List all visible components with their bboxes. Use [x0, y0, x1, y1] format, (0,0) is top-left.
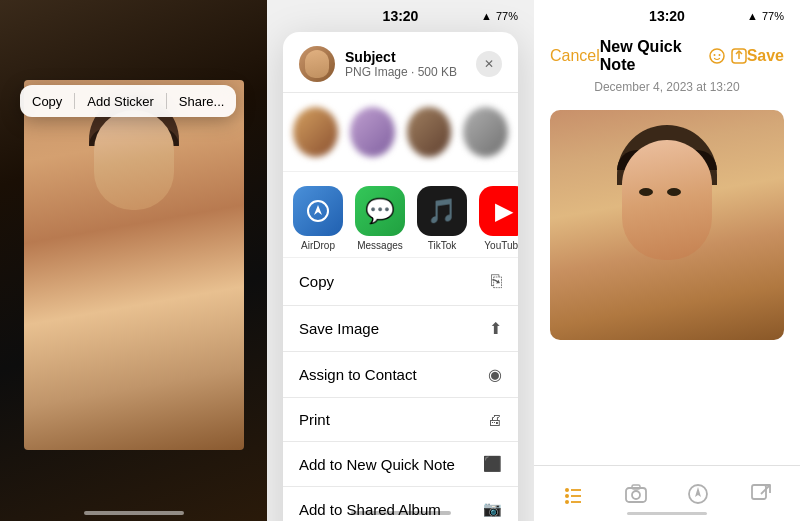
sep2: [166, 93, 167, 109]
status-time: 13:20: [649, 8, 685, 24]
contact-avatar-3[interactable]: [407, 107, 452, 157]
app-youtube[interactable]: ▶ YouTube: [479, 186, 518, 251]
youtube-icon: ▶: [479, 186, 518, 236]
home-indicator: [84, 511, 184, 515]
action-copy[interactable]: Copy ⎘: [283, 258, 518, 306]
print-icon: 🖨: [487, 411, 502, 428]
action-print-label: Print: [299, 411, 330, 428]
share-sheet-card: Subject PNG Image · 500 KB ✕ AirDrop: [283, 32, 518, 521]
add-sticker-context-item[interactable]: Add Sticker: [87, 94, 153, 109]
app-airdrop[interactable]: AirDrop: [293, 186, 343, 251]
svg-marker-17: [695, 487, 701, 497]
share-close-button[interactable]: ✕: [476, 51, 502, 77]
panel1-photo-viewer: Copy Add Sticker Share...: [0, 0, 267, 521]
avatar-face: [305, 50, 329, 78]
actions-list: Copy ⎘ Save Image ⬆︎ Assign to Contact ◉…: [283, 258, 518, 521]
share-meta: PNG Image · 500 KB: [345, 65, 476, 79]
svg-point-4: [718, 54, 720, 56]
panel3-topbar: Cancel New Quick Note: [534, 32, 800, 78]
battery-indicator: 77%: [762, 10, 784, 22]
youtube-label: YouTube: [484, 240, 518, 251]
app-tiktok[interactable]: 🎵 TikTok: [417, 186, 467, 251]
svg-point-7: [565, 488, 569, 492]
svg-rect-15: [632, 485, 640, 489]
tiktok-label: TikTok: [428, 240, 457, 251]
assign-contact-icon: ◉: [488, 365, 502, 384]
note-date: December 4, 2023 at 13:20: [534, 78, 800, 102]
battery-indicator: 77%: [496, 10, 518, 22]
save-button[interactable]: Save: [747, 47, 784, 65]
sep1: [74, 93, 75, 109]
status-time: 13:20: [383, 8, 419, 24]
messages-icon: 💬: [355, 186, 405, 236]
quick-note-icon: ⬛: [483, 455, 502, 473]
wifi-icon: ▲: [481, 10, 492, 22]
apps-row: AirDrop 💬 Messages 🎵 TikTok ▶ YouTube: [283, 172, 518, 258]
wifi-icon: ▲: [747, 10, 758, 22]
share-subject: Subject: [345, 49, 476, 65]
action-save-image[interactable]: Save Image ⬆︎: [283, 306, 518, 352]
airdrop-label: AirDrop: [301, 240, 335, 251]
note-portrait-face: [607, 130, 727, 320]
action-copy-label: Copy: [299, 273, 334, 290]
svg-point-14: [632, 491, 640, 499]
action-new-quick-note-label: Add to New Quick Note: [299, 456, 455, 473]
page-title: New Quick Note: [600, 38, 703, 74]
contact-avatar-2[interactable]: [350, 107, 395, 157]
action-assign-contact-label: Assign to Contact: [299, 366, 417, 383]
save-image-icon: ⬆︎: [489, 319, 502, 338]
note-face-oval: [622, 140, 712, 260]
camera-icon: [624, 482, 648, 506]
share-context-item[interactable]: Share...: [179, 94, 225, 109]
svg-point-2: [710, 49, 724, 63]
copy-context-item[interactable]: Copy: [32, 94, 62, 109]
portrait-face: [84, 110, 184, 240]
notes-list-icon: [561, 482, 585, 506]
home-indicator: [627, 512, 707, 515]
contact-avatar-1[interactable]: [293, 107, 338, 157]
action-save-image-label: Save Image: [299, 320, 379, 337]
status-icons: ▲ 77%: [747, 10, 784, 22]
external-link-icon: [749, 482, 773, 506]
context-menu: Copy Add Sticker Share...: [20, 85, 236, 117]
tiktok-icon: 🎵: [417, 186, 467, 236]
eye-right: [667, 188, 681, 196]
share-avatar: [299, 46, 335, 82]
svg-point-11: [565, 500, 569, 504]
share-from-note-icon: [731, 48, 747, 64]
messages-label: Messages: [357, 240, 403, 251]
eye-left: [639, 188, 653, 196]
svg-point-9: [565, 494, 569, 498]
action-shared-album[interactable]: Add to Shared Album 📷: [283, 487, 518, 521]
app-messages[interactable]: 💬 Messages: [355, 186, 405, 251]
face-oval: [94, 110, 174, 210]
smiley-icon: [709, 48, 725, 64]
contact-avatar-4[interactable]: [463, 107, 508, 157]
tab-notes-list[interactable]: [551, 472, 595, 516]
share-info: Subject PNG Image · 500 KB: [345, 49, 476, 79]
home-indicator: [351, 511, 451, 515]
status-icons: ▲ 77%: [481, 10, 518, 22]
navigation-icon: [686, 482, 710, 506]
action-new-quick-note[interactable]: Add to New Quick Note ⬛: [283, 442, 518, 487]
tab-navigation[interactable]: [676, 472, 720, 516]
panel2-statusbar: 13:20 ▲ 77%: [267, 0, 534, 32]
panel3-new-quick-note: 13:20 ▲ 77% Cancel New Quick Note: [534, 0, 800, 521]
panel2-share-sheet: 13:20 ▲ 77% Subject PNG Image · 500 KB ✕: [267, 0, 534, 521]
action-print[interactable]: Print 🖨: [283, 398, 518, 442]
title-wrap: New Quick Note: [600, 38, 747, 74]
share-sheet-header: Subject PNG Image · 500 KB ✕: [283, 32, 518, 93]
tab-external[interactable]: [739, 472, 783, 516]
cancel-button[interactable]: Cancel: [550, 47, 600, 65]
copy-action-icon: ⎘: [491, 271, 502, 292]
airdrop-icon: [293, 186, 343, 236]
svg-point-3: [713, 54, 715, 56]
action-assign-contact[interactable]: Assign to Contact ◉: [283, 352, 518, 398]
panel3-statusbar: 13:20 ▲ 77%: [534, 0, 800, 32]
note-image: [550, 110, 784, 340]
title-row: New Quick Note: [600, 38, 747, 74]
panel1-portrait-image: [24, 80, 244, 450]
contacts-row: [283, 93, 518, 172]
shared-album-icon: 📷: [483, 500, 502, 518]
tab-camera[interactable]: [614, 472, 658, 516]
